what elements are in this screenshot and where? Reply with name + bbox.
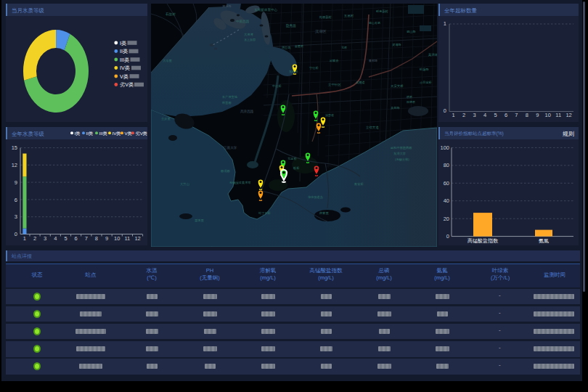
svg-text:充山: 充山 [211,246,216,247]
svg-text:邱家舟: 邱家舟 [330,59,339,62]
svg-text:6: 6 [15,197,17,203]
svg-text:太湖新体育中心: 太湖新体育中心 [254,8,278,12]
svg-text:12: 12 [12,162,17,168]
svg-text:6: 6 [505,112,507,118]
svg-text:重埠里: 重埠里 [195,219,204,222]
svg-text:薛家里: 薛家里 [319,211,329,215]
svg-text:100: 100 [440,144,449,151]
svg-text:15: 15 [12,144,17,151]
svg-text:V类: V类 [120,73,128,80]
svg-text:II类: II类 [120,48,128,54]
svg-text:IV类: IV类 [120,65,130,71]
svg-text:东湖大学: 东湖大学 [393,152,407,155]
svg-text:吴南道: 吴南道 [356,81,365,84]
svg-text:3: 3 [473,112,476,118]
svg-text:宁佳桥: 宁佳桥 [309,66,319,70]
svg-text:天安大桥: 天安大桥 [391,84,404,88]
svg-text:劣V类: 劣V类 [136,131,148,136]
svg-text:60: 60 [444,180,449,187]
svg-text:科普园: 科普园 [222,101,232,105]
svg-text:立信大道: 立信大道 [366,126,379,129]
svg-text:8: 8 [95,235,98,242]
svg-text:3: 3 [44,235,46,242]
svg-text:劣V类: 劣V类 [120,81,134,88]
svg-text:II类: II类 [86,131,94,136]
svg-text:V类: V类 [125,131,132,136]
svg-text:长广溪宝地: 长广溪宝地 [222,95,238,99]
svg-text:渔港路: 渔港路 [222,4,232,8]
svg-text:站丁石桥: 站丁石桥 [258,211,271,215]
svg-text:高浪路: 高浪路 [428,53,437,57]
svg-text:5: 5 [64,235,67,242]
svg-text:立中社区: 立中社区 [328,83,341,86]
svg-text:渤公岛: 渤公岛 [282,46,291,49]
svg-text:I类: I类 [75,131,81,136]
svg-text:1: 1 [452,112,455,118]
svg-text:金匮桥: 金匮桥 [294,44,304,48]
svg-text:11: 11 [125,235,131,242]
svg-text:板桥: 板桥 [293,166,300,170]
svg-text:8: 8 [526,112,528,118]
svg-text:9: 9 [105,235,108,242]
svg-text:11: 11 [555,112,561,118]
svg-text:I类: I类 [120,40,126,46]
svg-text:IV类: IV类 [113,131,121,136]
svg-text:0: 0 [15,231,17,237]
svg-text:北桥: 北桥 [341,46,348,49]
svg-text:80: 80 [444,162,449,168]
svg-text:7: 7 [515,112,518,118]
svg-text:4: 4 [54,235,57,242]
svg-text:青祁路: 青祁路 [368,59,377,62]
svg-text:江南大学: 江南大学 [224,146,237,150]
svg-text:III类: III类 [99,131,107,136]
svg-text:12: 12 [565,112,571,118]
svg-text:祖堪桥: 祖堪桥 [406,100,416,104]
svg-text:祺桥: 祺桥 [406,95,413,99]
svg-text:吴都路: 吴都路 [391,106,400,110]
svg-text:氨氮: 氨氮 [539,238,549,244]
svg-text:中佳桥: 中佳桥 [272,84,282,88]
svg-text:1: 1 [444,20,446,27]
svg-text:2: 2 [462,112,465,118]
svg-text:9: 9 [536,112,539,118]
svg-text:40: 40 [444,197,449,204]
svg-text:3: 3 [15,213,17,220]
svg-text:滨湖区: 滨湖区 [315,29,327,34]
svg-text:6: 6 [75,235,78,242]
svg-text:高锰酸盐指数: 高锰酸盐指数 [467,238,499,244]
svg-text:梁清路: 梁清路 [392,43,401,46]
svg-text:大浮里: 大浮里 [163,59,172,62]
svg-text:20: 20 [444,216,449,222]
svg-text:5: 5 [494,112,497,118]
svg-text:12: 12 [134,235,140,242]
svg-text:壬贡里: 壬贡里 [161,117,171,121]
svg-text:10: 10 [545,112,551,118]
svg-text:清舒道: 清舒道 [325,113,334,117]
svg-text:1: 1 [23,235,26,242]
svg-text:10: 10 [114,235,120,242]
svg-text:观山名筑: 观山名筑 [368,21,380,25]
svg-text:4: 4 [483,112,486,118]
svg-text:寿安桥: 寿安桥 [354,182,364,186]
svg-text:观山路: 观山路 [407,30,416,33]
svg-text:园润园: 园润园 [221,169,230,173]
svg-text:大渔湾: 大渔湾 [244,33,253,36]
svg-text:北定桥: 北定桥 [287,157,297,160]
svg-text:0: 0 [444,107,446,114]
svg-text:小目定桥: 小目定桥 [420,81,433,84]
svg-text:7: 7 [85,235,88,242]
svg-text:2: 2 [33,235,36,242]
svg-text:大箕山: 大箕山 [180,182,189,186]
svg-text:9: 9 [15,179,17,186]
svg-text:III类: III类 [120,57,129,63]
svg-text:0: 0 [446,233,449,240]
svg-text:水上乐园: 水上乐园 [244,38,256,41]
svg-text:隐秀路: 隐秀路 [286,23,296,28]
